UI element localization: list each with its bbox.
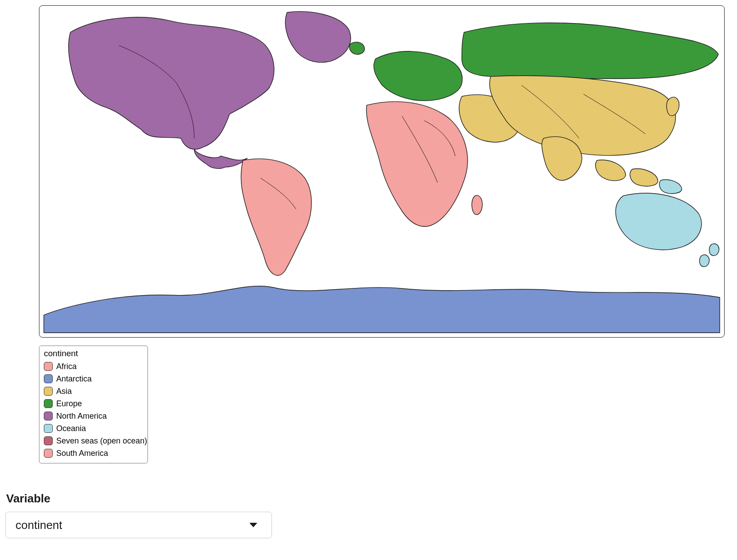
legend-label: Asia [56, 387, 72, 396]
region-greenland [285, 12, 350, 62]
caret-down-icon [249, 523, 257, 527]
legend-item: Seven seas (open ocean) [44, 435, 143, 447]
legend-label: Africa [56, 362, 77, 371]
legend-item: Europe [44, 397, 143, 410]
region-se-asia [596, 160, 658, 186]
legend-label: South America [56, 449, 108, 458]
region-north-america [69, 17, 274, 149]
region-png [659, 180, 682, 194]
legend-swatch [44, 449, 53, 458]
variable-select-value: continent [16, 518, 62, 532]
world-map[interactable] [39, 5, 725, 338]
legend-item: Asia [44, 385, 143, 397]
region-central-america [194, 149, 248, 168]
legend-swatch [44, 362, 53, 371]
region-south-america [241, 159, 311, 275]
region-russia [462, 23, 718, 78]
legend-item: North America [44, 410, 143, 422]
legend-item: Oceania [44, 422, 143, 435]
legend-item: Africa [44, 360, 143, 373]
variable-select[interactable]: continent [5, 512, 272, 538]
region-iceland [349, 42, 365, 54]
legend-item: Antarctica [44, 373, 143, 385]
map-legend: continent Africa Antarctica Asia Europe … [39, 346, 148, 463]
region-asia [489, 76, 675, 156]
legend-swatch [44, 436, 53, 445]
region-japan [667, 97, 679, 116]
variable-label: Variable [6, 492, 730, 506]
variable-control: Variable continent [5, 492, 730, 538]
legend-item: South America [44, 447, 143, 459]
legend-swatch [44, 412, 53, 420]
legend-label: Seven seas (open ocean) [56, 436, 147, 446]
legend-label: Oceania [56, 424, 86, 433]
region-new-zealand [699, 244, 719, 267]
legend-swatch [44, 399, 53, 408]
region-africa [366, 101, 467, 226]
legend-label: North America [56, 412, 107, 421]
legend-title: continent [44, 349, 143, 358]
region-oceania [616, 193, 702, 250]
legend-swatch [44, 387, 53, 396]
region-madagascar [472, 195, 482, 215]
legend-swatch [44, 424, 53, 433]
legend-label: Antarctica [56, 374, 92, 384]
region-antarctica [44, 286, 720, 333]
legend-swatch [44, 374, 53, 383]
region-europe [374, 51, 462, 101]
map-layers [44, 12, 720, 333]
legend-label: Europe [56, 399, 82, 408]
